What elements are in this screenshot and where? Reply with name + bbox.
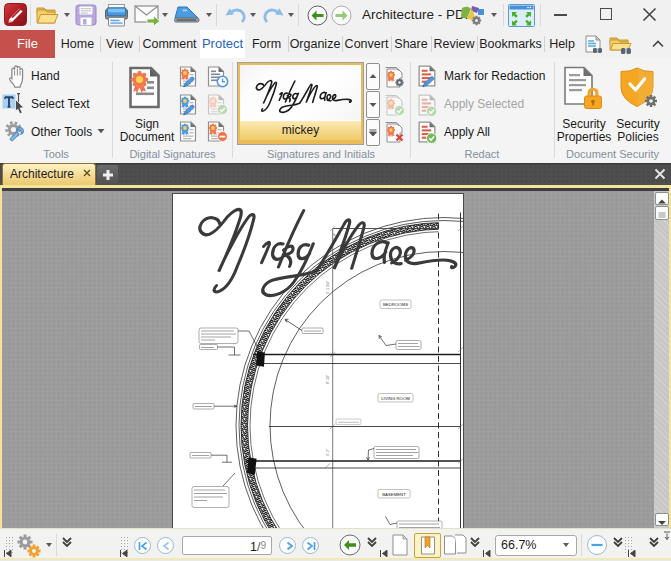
svg-text:9'-1 3/4": 9'-1 3/4"	[326, 280, 330, 294]
svg-text:9'-2": 9'-2"	[326, 448, 330, 456]
svg-text:LIVING ROOM: LIVING ROOM	[381, 395, 410, 400]
svg-text:BEDROOMS: BEDROOMS	[383, 302, 408, 307]
svg-text:8'-10": 8'-10"	[326, 374, 330, 384]
svg-text:BASEMENT: BASEMENT	[382, 491, 406, 496]
